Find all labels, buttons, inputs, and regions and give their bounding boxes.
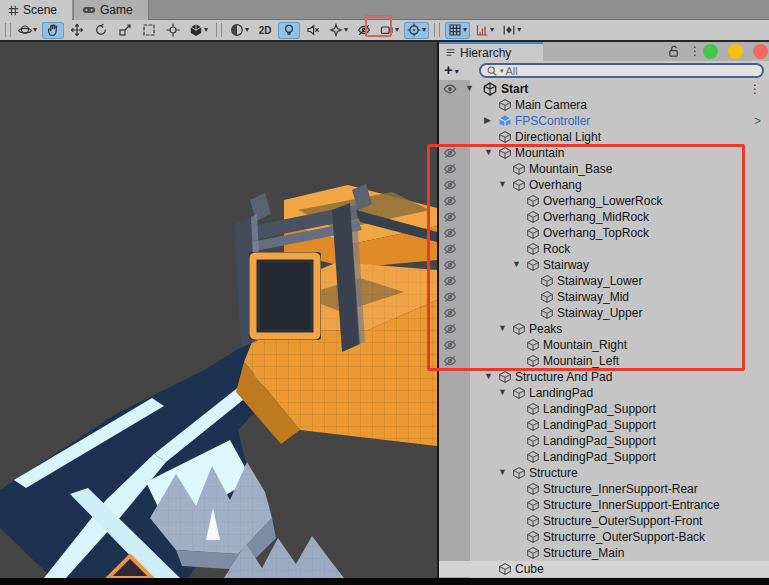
render-mode-button[interactable]: ▾ [227,22,252,39]
rect-tool-button[interactable] [138,22,160,39]
hierarchy-row-rock[interactable]: Rock [439,241,769,257]
toolbar-separator [5,23,11,37]
window-dot-red [753,44,768,59]
object-name: Mountain_Right [543,338,627,352]
hierarchy-row-landingpad-support[interactable]: LandingPad_Support [439,417,769,433]
scene-toolbar: ▾▾▾2D▾▾▾▾▾▾ [0,20,769,40]
hierarchy-row-structure-and-pad[interactable]: ▼Structure And Pad [439,369,769,385]
object-name: Overhang_MidRock [543,210,649,224]
hierarchy-row-landingpad-support[interactable]: LandingPad_Support [439,401,769,417]
gizmo-icon [407,23,421,37]
object-name: Directional Light [515,130,601,144]
hierarchy-row-directional-light[interactable]: Directional Light [439,129,769,145]
view-tool-button[interactable]: ▾ [15,22,40,39]
transform-icon [166,23,180,37]
grid-snap-button[interactable]: ▾ [445,22,470,39]
hierarchy-row-stairway-lower[interactable]: Stairway_Lower [439,273,769,289]
object-name: Structure_InnerSupport-Rear [543,482,698,496]
hierarchy-row-landingpad[interactable]: ▼LandingPad [439,385,769,401]
hierarchy-row-structure-outersupport-front[interactable]: Structure_OuterSupport-Front [439,513,769,529]
orbit-icon [18,23,32,37]
expand-arrow-icon[interactable]: ▶ [484,115,491,125]
expand-arrow-icon[interactable]: ▼ [498,179,507,189]
hierarchy-row-landingpad-support[interactable]: LandingPad_Support [439,433,769,449]
gamepad-icon [82,5,96,15]
hierarchy-row-cube[interactable]: Cube [439,561,769,577]
hierarchy-row-main-camera[interactable]: Main Camera [439,97,769,113]
camera-bookmarks-button[interactable]: ▾ [499,22,524,39]
expand-arrow-icon[interactable]: ▼ [484,371,493,381]
hierarchy-row-landingpad-support[interactable]: LandingPad_Support [439,449,769,465]
hierarchy-row-peaks[interactable]: ▼Peaks [439,321,769,337]
scene-audio-button[interactable] [302,22,324,39]
chevron-down-icon: ▾ [344,26,348,34]
object-name: Structure [529,466,578,480]
scene-menu-icon[interactable]: ⋮ [749,82,761,96]
hierarchy-row-structure-innersupport-entrance[interactable]: Structure_InnerSupport-Entrance [439,497,769,513]
list-icon [445,47,456,58]
expand-arrow-icon[interactable]: ▼ [465,83,474,93]
scene-camera-button[interactable]: ▾ [377,22,402,39]
object-name: Structure And Pad [515,370,612,384]
panel-menu-icon[interactable]: ⋮ [689,45,701,57]
scene-viewport[interactable] [0,42,437,578]
toolbar-separator [434,23,440,37]
effects-button[interactable]: ▾ [326,22,351,39]
object-name: Mountain [515,146,564,160]
hierarchy-row-mountain-right[interactable]: Mountain_Right [439,337,769,353]
hierarchy-row-fpscontroller[interactable]: ▶FPSController> [439,113,769,129]
hierarchy-row-mountain[interactable]: ▼Mountain [439,145,769,161]
keyframe-icon [502,23,516,37]
object-name: Stairway_Lower [557,274,642,288]
hidden-objects-button[interactable] [353,22,375,39]
custom-editor-tool-button[interactable]: ▾ [186,22,211,39]
increment-snap-button[interactable]: ▾ [472,22,497,39]
hierarchy-row-structure-innersupport-rear[interactable]: Structure_InnerSupport-Rear [439,481,769,497]
object-name: Peaks [529,322,562,336]
expand-arrow-icon[interactable]: ▼ [498,467,507,477]
expand-arrow-icon[interactable]: ▼ [512,259,521,269]
hierarchy-row-structurre-outersupport-back[interactable]: Structurre_OuterSupport-Back [439,529,769,545]
hierarchy-row-overhang[interactable]: ▼Overhang [439,177,769,193]
sphere-icon [230,23,244,37]
hierarchy-search-input[interactable]: ▾ All [479,63,764,78]
tab-scene[interactable]: Scene [0,0,72,20]
hierarchy-row-stairway-upper[interactable]: Stairway_Upper [439,305,769,321]
scale-icon [118,23,132,37]
hierarchy-row-overhang-toprock[interactable]: Overhang_TopRock [439,225,769,241]
hierarchy-row-stairway[interactable]: ▼Stairway [439,257,769,273]
mode-2d-button[interactable]: 2D [254,22,276,39]
object-name: Cube [515,562,544,576]
search-filter-caret-icon[interactable]: ▾ [500,67,504,75]
prefab-chevron-icon[interactable]: > [754,114,761,128]
hierarchy-row-overhang-lowerrock[interactable]: Overhang_LowerRock [439,193,769,209]
tab-hierarchy[interactable]: Hierarchy [439,42,543,61]
scale-tool-button[interactable] [114,22,136,39]
hand-icon [46,23,60,37]
expand-arrow-icon[interactable]: ▼ [498,387,507,397]
tab-game[interactable]: Game [73,0,149,20]
lock-icon[interactable] [667,44,680,62]
object-name: FPSController [515,114,590,128]
rotate-tool-button[interactable] [90,22,112,39]
hierarchy-row-structure[interactable]: ▼Structure [439,465,769,481]
hierarchy-row-stairway-mid[interactable]: Stairway_Mid [439,289,769,305]
window-bottom-edge [0,578,769,585]
transform-tool-button[interactable] [162,22,184,39]
hierarchy-row-mountain-left[interactable]: Mountain_Left [439,353,769,369]
expand-arrow-icon[interactable]: ▼ [498,323,507,333]
hierarchy-row-overhang-midrock[interactable]: Overhang_MidRock [439,209,769,225]
hierarchy-scene-row-start[interactable]: ▼Start⋮ [439,81,769,97]
move-tool-button[interactable] [66,22,88,39]
expand-arrow-icon[interactable]: ▼ [484,147,493,157]
audio-icon [306,23,320,37]
object-name: LandingPad_Support [543,450,656,464]
hand-tool-button[interactable] [42,22,64,39]
gizmos-button[interactable]: ▾ [404,22,429,39]
object-name: Structure_InnerSupport-Entrance [543,498,720,512]
scene-lighting-button[interactable] [278,22,300,39]
tab-hierarchy-label: Hierarchy [460,46,511,60]
hierarchy-row-mountain-base[interactable]: Mountain_Base [439,161,769,177]
hierarchy-row-structure-main[interactable]: Structure_Main [439,545,769,561]
create-object-button[interactable]: + ▾ [444,61,459,78]
